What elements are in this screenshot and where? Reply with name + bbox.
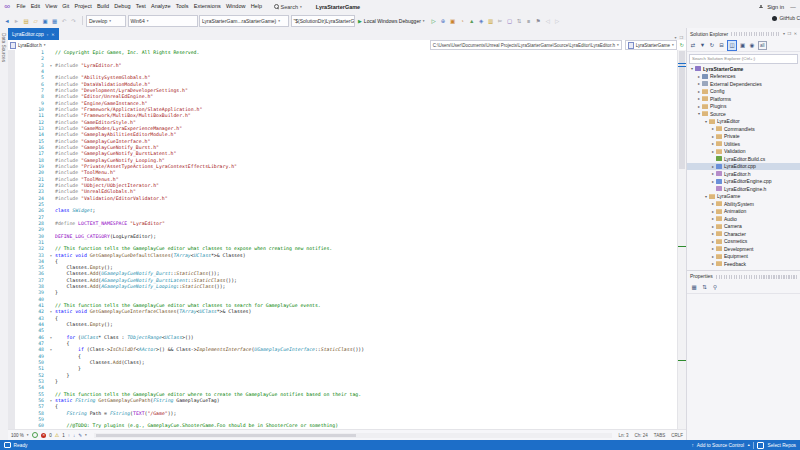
new-file-icon[interactable]: ▤ (22, 16, 30, 25)
tree-item-cosmetics[interactable]: ▸Cosmetics (687, 238, 800, 246)
document-health-icon[interactable] (32, 432, 39, 439)
tree-item-equipment[interactable]: ▸Equipment (687, 253, 800, 261)
navigate-forward-icon[interactable]: ► (13, 16, 21, 25)
outline-icon[interactable]: ≡ (525, 16, 533, 25)
previous-issue-icon[interactable]: ↑ (68, 433, 70, 438)
start-without-debugging-icon[interactable]: ▷ (430, 16, 438, 25)
breakpoint-margin[interactable] (8, 50, 15, 430)
search-box[interactable]: Search ▾ (274, 4, 302, 10)
preview-selected-icon[interactable]: ◉ (748, 41, 756, 50)
tree-item-platforms[interactable]: ▸Platforms (687, 95, 800, 103)
line-indicator[interactable]: Ln: 3 (619, 433, 629, 438)
tab-lyraeditor-cpp[interactable]: LyraEditor.cpp ▫ ✕ (8, 28, 59, 40)
document-path-combo[interactable]: C:\Users\User\Documents\Unreal Projects\… (430, 40, 622, 50)
tree-item-private[interactable]: ▸Private (687, 133, 800, 141)
tabs-indicator[interactable]: TABS (654, 433, 665, 438)
menu-view[interactable]: View (43, 0, 60, 13)
profiler-icon[interactable]: ◔ (458, 16, 466, 25)
menu-git[interactable]: Git (60, 0, 72, 13)
tree-item-source[interactable]: ▾Source (687, 110, 800, 118)
menu-extensions[interactable]: Extensions (191, 0, 223, 13)
error-count[interactable]: 0 (49, 433, 52, 438)
solution-explorer-search-input[interactable]: Search Solution Explorer (Ctrl+;) (689, 54, 798, 64)
menu-test[interactable]: Test (133, 0, 148, 13)
property-search-icon[interactable]: ⚲ (711, 283, 719, 292)
tree-item-lyraeditorengine-cpp[interactable]: ▸LyraEditorEngine.cpp (687, 178, 800, 186)
github-copilot-badge[interactable]: GitHub C (772, 15, 800, 21)
menu-analyze[interactable]: Analyze (148, 0, 173, 13)
float-window-icon[interactable]: ❐ (788, 31, 792, 36)
editor-vertical-scrollbar[interactable] (677, 50, 686, 430)
tree-item-external-dependencies[interactable]: ▸External Dependencies (687, 80, 800, 88)
zoom-level-combo[interactable]: 100 % (11, 433, 24, 438)
feedback-icon[interactable] (4, 442, 11, 448)
tree-item-lyragame[interactable]: ▾LyraGame (687, 193, 800, 201)
tree-item-animation[interactable]: ▸Animation (687, 208, 800, 216)
menu-tools[interactable]: Tools (173, 0, 191, 13)
filter-pending-changes-icon[interactable]: ▼ (699, 41, 707, 50)
redo-icon[interactable]: ↷ (70, 16, 78, 25)
solution-platform-combo[interactable]: Win64▾ (128, 15, 198, 27)
tree-item-lyraeditorengine-h[interactable]: LyraEditorEngine.h (687, 185, 800, 193)
project-context-combo[interactable]: LyraStarterGame▾ (625, 40, 677, 50)
edit-markers-icon[interactable]: ✎ (78, 433, 82, 438)
bookmark-icon[interactable]: ⚑ (534, 16, 542, 25)
pin-tab-icon[interactable]: ▫ (47, 32, 48, 37)
test-explorer-icon[interactable]: ▲ (468, 16, 476, 25)
properties-page-icon[interactable]: ▣ (739, 41, 747, 50)
menu-edit[interactable]: Edit (28, 0, 43, 13)
menu-build[interactable]: Build (94, 0, 111, 13)
column-indicator[interactable]: Ch: 24 (635, 433, 648, 438)
show-all-toggle[interactable]: all (758, 41, 768, 50)
code-editor[interactable]: 1// Copyright Epic Games, Inc. All Right… (8, 50, 678, 430)
prev-bookmark-icon[interactable]: ◁ (544, 16, 552, 25)
tree-item-references[interactable]: ▸References (687, 73, 800, 81)
next-bookmark-icon[interactable]: ▷ (553, 16, 561, 25)
scrollbar-thumb[interactable] (96, 434, 356, 437)
menu-project[interactable]: Project (72, 0, 94, 13)
next-issue-icon[interactable]: ↓ (73, 433, 75, 438)
menu-debug[interactable]: Debug (112, 0, 133, 13)
tree-item-plugins[interactable]: ▸Plugins (687, 103, 800, 111)
drag-handle[interactable] (731, 32, 780, 36)
collapse-all-icon[interactable]: ⊟ (718, 41, 726, 50)
select-repository-button[interactable]: Select Repos (767, 443, 796, 448)
tree-item-utilities[interactable]: ▸Utilities (687, 140, 800, 148)
tree-item-lyraeditor-cpp[interactable]: ▸LyraEditor.cpp (687, 163, 800, 171)
startup-project-combo[interactable]: LyraStarterGam...raStarterGame)▾ (199, 15, 289, 27)
close-tab-icon[interactable]: ✕ (51, 32, 54, 37)
cut-icon[interactable]: ✂ (496, 16, 504, 25)
tree-item-character[interactable]: ▸Character (687, 230, 800, 238)
menu-help[interactable]: Help (248, 0, 265, 13)
find-in-files-icon[interactable]: ◈ (477, 16, 485, 25)
solution-explorer-header[interactable]: Solution Explorer ▾ ❐ ✕ (687, 28, 800, 39)
tree-item-camera[interactable]: ▸Camera (687, 223, 800, 231)
tree-item-lyraeditor-build-cs[interactable]: LyraEditor.Build.cs (687, 155, 800, 163)
open-file-icon[interactable]: ▱ (32, 16, 40, 25)
add-to-source-control-button[interactable]: Add to Source Control (697, 443, 744, 448)
solution-configuration-combo[interactable]: Develop▾ (86, 15, 126, 27)
debug-arguments-combo[interactable]: "$(SolutionDir)LyraStarterG▾ (291, 15, 355, 27)
tree-item-abilitysystem[interactable]: ▸AbilitySystem (687, 200, 800, 208)
save-all-icon[interactable]: ▦ (51, 16, 59, 25)
attach-to-process-icon[interactable]: ⊕ (439, 16, 447, 25)
tree-item-validation[interactable]: ▸Validation (687, 148, 800, 156)
tree-item-config[interactable]: ▸Config (687, 88, 800, 96)
properties-header[interactable]: Properties (687, 271, 800, 282)
scrollbar-thumb[interactable] (679, 51, 685, 169)
tree-item-audio[interactable]: ▸Audio (687, 215, 800, 223)
menu-window[interactable]: Window (223, 0, 248, 13)
drag-handle[interactable] (716, 275, 797, 279)
sync-with-active-document-icon[interactable]: ◫ (727, 40, 737, 51)
switch-views-icon[interactable]: ⇄ (689, 41, 697, 50)
categorized-icon[interactable]: ▦ (690, 283, 698, 292)
start-debugging-button[interactable]: ▶ Local Windows Debugger▾ (356, 16, 427, 26)
save-icon[interactable]: ▣ (41, 16, 49, 25)
menu-file[interactable]: File (14, 0, 28, 13)
editor-horizontal-scrollbar[interactable] (94, 433, 612, 438)
tree-item-lyrastartergame[interactable]: ▾LyraStarterGame (687, 65, 800, 73)
tree-item-lyraeditor-h[interactable]: ▸LyraEditor.h (687, 170, 800, 178)
warning-count[interactable]: 1 (62, 433, 65, 438)
sign-in-button[interactable]: Sign in (767, 4, 784, 10)
comment-icon[interactable]: ▥ (487, 16, 495, 25)
